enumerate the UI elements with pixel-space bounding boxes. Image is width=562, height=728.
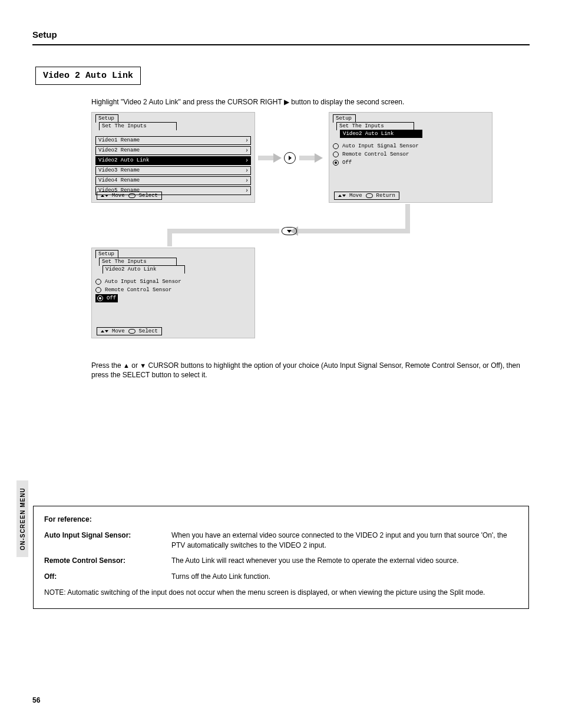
option-remote-control-sensor[interactable]: Remote Control Sensor bbox=[333, 150, 488, 159]
section-title: Video 2 Auto Link bbox=[35, 67, 141, 85]
reference-note: NOTE: Automatic switching of the input d… bbox=[44, 588, 518, 598]
osd-item-video4-rename[interactable]: Video4 Rename› bbox=[95, 176, 251, 185]
osd-tab-set-inputs[interactable]: Set The Inputs bbox=[99, 122, 177, 130]
chevron-right-icon: › bbox=[245, 147, 249, 154]
radio-icon bbox=[95, 287, 101, 293]
triangle-down-icon: ▼ bbox=[140, 362, 146, 369]
osd-item-video3-rename[interactable]: Video3 Rename› bbox=[95, 166, 251, 175]
osd-footer-move: Move bbox=[112, 328, 125, 335]
reference-row: Off: Turns off the Auto Link function. bbox=[44, 572, 518, 582]
osd-item-video1-rename[interactable]: Video1 Rename› bbox=[95, 136, 251, 145]
arrow-right-icon bbox=[258, 155, 282, 161]
chevron-right-icon: › bbox=[245, 187, 249, 195]
instruction-bottom: Press the ▲ or ▼ CURSOR buttons to highl… bbox=[91, 361, 527, 380]
chevron-right-icon: › bbox=[245, 157, 249, 164]
reference-desc: Turns off the Auto Link function. bbox=[171, 572, 270, 582]
osd-footer-move: Move bbox=[349, 192, 362, 199]
option-auto-input-sensor[interactable]: Auto Input Signal Sensor bbox=[333, 142, 488, 150]
reference-desc: The Auto Link will react whenever you us… bbox=[171, 556, 459, 566]
radio-icon bbox=[333, 151, 339, 157]
updown-icon bbox=[101, 192, 108, 199]
radio-icon bbox=[97, 295, 103, 301]
osd-tab-video2-auto-link[interactable]: Video2 Auto Link bbox=[103, 265, 185, 274]
osd-footer-select: Select bbox=[139, 328, 158, 335]
osd-item-video2-rename[interactable]: Video2 Rename› bbox=[95, 146, 251, 155]
reference-desc: When you have an external video source c… bbox=[171, 531, 518, 551]
select-ring-icon bbox=[366, 193, 373, 198]
connector bbox=[405, 204, 410, 229]
osd-item-video2-auto-link[interactable]: Video2 Auto Link› bbox=[95, 156, 251, 165]
chevron-right-icon: › bbox=[245, 177, 249, 185]
select-ring-icon bbox=[128, 329, 135, 334]
connector bbox=[167, 229, 279, 233]
page-header: Setup bbox=[32, 29, 57, 39]
osd-tab-video2-auto-link[interactable]: Video2 Auto Link bbox=[340, 130, 422, 138]
osd-footer-select: Select bbox=[139, 192, 158, 199]
reference-row: Auto Input Signal Sensor: When you have … bbox=[44, 531, 518, 551]
option-off[interactable]: Off bbox=[95, 294, 118, 302]
select-ring-icon bbox=[128, 193, 135, 198]
updown-icon bbox=[338, 192, 346, 199]
side-tab: ON-SCREEN MENU bbox=[16, 480, 28, 557]
side-tab-label: ON-SCREEN MENU bbox=[19, 487, 26, 550]
osd-panel-autolink-highlighted: Setup Set The Inputs Video2 Auto Link Au… bbox=[91, 248, 255, 338]
osd-tab-set-inputs[interactable]: Set The Inputs bbox=[99, 258, 177, 266]
connector bbox=[302, 229, 410, 233]
osd-tab-set-inputs[interactable]: Set The Inputs bbox=[336, 122, 414, 130]
option-remote-control-sensor[interactable]: Remote Control Sensor bbox=[95, 286, 251, 294]
osd-tab-setup[interactable]: Setup bbox=[95, 114, 118, 123]
osd-footer-move: Move bbox=[112, 192, 125, 199]
reference-term: Auto Input Signal Sensor: bbox=[44, 531, 162, 551]
radio-icon bbox=[333, 143, 339, 149]
radio-icon bbox=[333, 160, 339, 166]
connector bbox=[167, 229, 172, 246]
chevron-right-icon: › bbox=[245, 137, 249, 144]
reference-term: Remote Control Sensor: bbox=[44, 556, 162, 566]
reference-row: Remote Control Sensor: The Auto Link wil… bbox=[44, 556, 518, 566]
arrow-right-icon bbox=[299, 155, 323, 161]
osd-panel-inputs-list: Setup Set The Inputs Video1 Rename› Vide… bbox=[91, 112, 255, 203]
osd-footer: Move Select bbox=[97, 327, 162, 335]
osd-footer: Move Return bbox=[334, 192, 399, 200]
osd-tab-setup[interactable]: Setup bbox=[95, 250, 118, 258]
option-auto-input-sensor[interactable]: Auto Input Signal Sensor bbox=[95, 278, 251, 286]
radio-icon bbox=[95, 279, 101, 285]
osd-footer: Move Select bbox=[97, 192, 162, 200]
cursor-right-button-icon bbox=[284, 152, 296, 164]
reference-box: For reference: Auto Input Signal Sensor:… bbox=[33, 506, 529, 609]
osd-panel-autolink: Setup Set The Inputs Video2 Auto Link Au… bbox=[329, 112, 492, 203]
instruction-top: Highlight "Video 2 Auto Link" and press … bbox=[91, 97, 527, 107]
header-rule bbox=[32, 44, 530, 45]
updown-icon bbox=[101, 328, 108, 335]
osd-footer-return: Return bbox=[376, 192, 395, 199]
reference-term: Off: bbox=[44, 572, 162, 582]
option-off[interactable]: Off bbox=[333, 159, 488, 167]
reference-title: For reference: bbox=[44, 515, 518, 525]
page-number: 56 bbox=[32, 696, 40, 704]
cursor-down-button-icon bbox=[282, 227, 297, 235]
osd-tab-setup[interactable]: Setup bbox=[333, 114, 356, 123]
chevron-right-icon: › bbox=[245, 167, 249, 174]
triangle-up-icon: ▲ bbox=[123, 362, 130, 369]
